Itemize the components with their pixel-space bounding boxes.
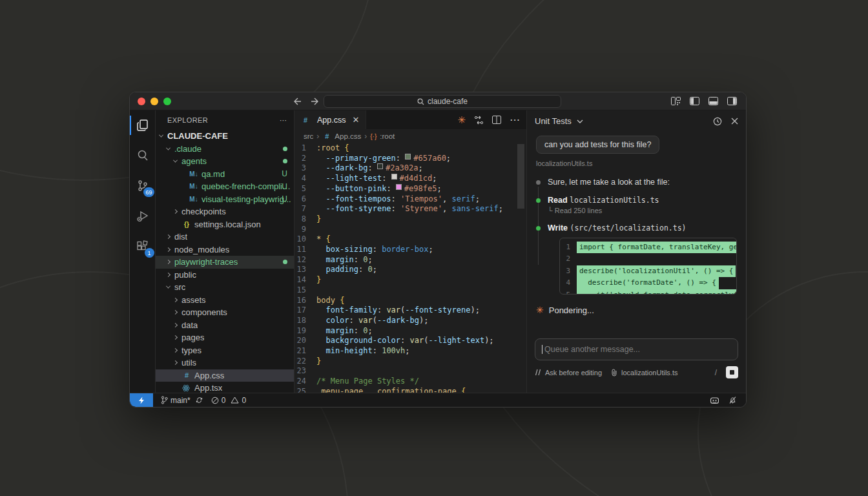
tree-item-node-modules[interactable]: node_modules xyxy=(156,243,294,256)
code-line-9[interactable]: 9 xyxy=(294,225,526,235)
code-line-13[interactable]: 13 padding: 0; xyxy=(294,265,526,275)
tree-item--claude[interactable]: .claude xyxy=(156,143,294,156)
context-file-label[interactable]: localizationUtils.ts xyxy=(536,160,737,167)
tree-item-app-css[interactable]: #App.css xyxy=(156,369,294,382)
tab-close-icon[interactable]: ✕ xyxy=(352,115,359,125)
explorer-more-actions-icon[interactable]: ⋯ xyxy=(280,116,287,125)
run-debug-activity-icon[interactable] xyxy=(130,208,156,225)
extensions-activity-icon[interactable]: 1 xyxy=(130,238,156,255)
tree-item-public[interactable]: public xyxy=(156,269,294,282)
tree-item-agents[interactable]: agents xyxy=(156,155,294,168)
tree-item-playwright-traces[interactable]: playwright-traces xyxy=(156,256,294,269)
close-window-button[interactable] xyxy=(138,98,145,105)
message-input[interactable]: Queue another message... xyxy=(535,338,738,360)
color-swatch[interactable] xyxy=(391,174,397,180)
tree-item-visual-testing-playwrig-[interactable]: M↓visual-testing-playwrig...U xyxy=(156,193,294,206)
code-line-3[interactable]: 3 --dark-bg: #2a302a; xyxy=(294,163,526,174)
customize-layout-icon[interactable] xyxy=(671,97,681,105)
close-panel-icon[interactable] xyxy=(731,118,738,125)
code-line-14[interactable]: 14} xyxy=(294,275,526,285)
code-line-5[interactable]: 5 --button-pink: #e98fe5; xyxy=(294,184,526,194)
search-activity-icon[interactable] xyxy=(130,147,156,164)
back-arrow-icon[interactable] xyxy=(293,98,302,105)
panel-title[interactable]: Unit Tests xyxy=(535,116,572,126)
code-line-17[interactable]: 17 font-family: var(--font-styrene); xyxy=(294,305,526,316)
maximize-window-button[interactable] xyxy=(163,98,171,105)
tree-item-quebec-french-complian-[interactable]: M↓quebec-french-complian...U xyxy=(156,180,294,193)
code-line-8[interactable]: 8} xyxy=(294,214,526,225)
errors-icon xyxy=(211,397,219,404)
code-line-22[interactable]: 22} xyxy=(294,356,526,367)
tree-item-types[interactable]: types xyxy=(156,344,294,357)
editor-scrollbar-thumb[interactable] xyxy=(517,144,524,209)
tree-item-settings-local-json[interactable]: {}settings.local.json xyxy=(156,218,294,231)
code-line-23[interactable]: 23 xyxy=(294,366,526,377)
remote-indicator[interactable] xyxy=(130,393,153,407)
minimize-window-button[interactable] xyxy=(150,98,158,105)
line-number: 1 xyxy=(294,143,316,154)
stop-button[interactable] xyxy=(726,366,738,378)
breadcrumb-file[interactable]: App.css xyxy=(335,132,361,140)
breadcrumb[interactable]: src › # App.css › {·} :root xyxy=(294,129,526,143)
tree-item-pages[interactable]: pages xyxy=(156,331,294,344)
tree-item-src[interactable]: src xyxy=(156,281,294,294)
diff-line-5: 5 it('should format date correctly', () … xyxy=(560,289,736,294)
tree-item-claude-cafe[interactable]: CLAUDE-CAFE xyxy=(156,130,294,143)
toggle-panel-icon[interactable] xyxy=(708,97,718,105)
tree-item-qa-md[interactable]: M↓qa.mdU xyxy=(156,168,294,181)
color-swatch[interactable] xyxy=(377,163,383,169)
tree-item-dist[interactable]: dist xyxy=(156,231,294,243)
tree-item-checkpoints[interactable]: checkpoints xyxy=(156,205,294,218)
bell-slash-icon[interactable] xyxy=(728,396,737,404)
editor-more-actions-icon[interactable]: ⋯ xyxy=(510,114,520,126)
copilot-icon[interactable] xyxy=(710,397,719,404)
breadcrumb-src[interactable]: src xyxy=(304,132,313,140)
slash-command-hint[interactable]: / xyxy=(715,368,717,377)
tree-item-components[interactable]: components xyxy=(156,306,294,319)
command-center-search[interactable]: claude-cafe xyxy=(324,95,561,108)
toggle-primary-sidebar-icon[interactable] xyxy=(690,97,699,105)
write-tool-entry[interactable]: Write (src/test/localization.ts) 1import… xyxy=(536,223,737,294)
chevron-down-icon[interactable] xyxy=(577,119,583,123)
ask-mode-selector[interactable]: Ask before editing xyxy=(545,369,602,377)
spinner-spark-icon: ✳ xyxy=(536,305,544,315)
source-control-activity-icon[interactable]: 69 xyxy=(130,178,156,194)
code-line-6[interactable]: 6 --font-tiempos: 'Tiempos', serif; xyxy=(294,194,526,205)
code-line-16[interactable]: 16body { xyxy=(294,296,526,306)
tree-item-assets[interactable]: assets xyxy=(156,294,294,307)
open-changes-icon[interactable] xyxy=(474,116,484,125)
attached-file-chip[interactable]: localizationUtils.ts xyxy=(621,369,677,377)
code-line-1[interactable]: 1:root { xyxy=(294,143,526,154)
breadcrumb-symbol[interactable]: :root xyxy=(380,132,395,140)
code-line-20[interactable]: 20 background-color: var(--light-text); xyxy=(294,336,526,346)
tab-app-css[interactable]: # App.css ✕ xyxy=(294,110,366,129)
color-swatch[interactable] xyxy=(396,184,402,190)
code-line-19[interactable]: 19 margin: 0; xyxy=(294,326,526,336)
code-line-15[interactable]: 15 xyxy=(294,285,526,296)
tree-item-app-tsx[interactable]: App.tsx xyxy=(156,382,294,393)
code-area[interactable]: 1:root {2 --primary-green: #657a60;3 --d… xyxy=(294,143,526,393)
color-swatch[interactable] xyxy=(405,154,411,160)
explorer-activity-icon[interactable] xyxy=(130,117,156,134)
claude-code-icon[interactable]: ✳ xyxy=(457,114,466,126)
tree-item-data[interactable]: data xyxy=(156,319,294,332)
code-line-12[interactable]: 12 margin: 0; xyxy=(294,255,526,265)
code-line-18[interactable]: 18 color: var(--dark-bg); xyxy=(294,316,526,326)
toggle-secondary-sidebar-icon[interactable] xyxy=(727,97,737,105)
diff-code-block[interactable]: 1import { formatDate, translateKey, getC… xyxy=(559,238,737,294)
git-branch-indicator[interactable]: main* xyxy=(161,396,203,405)
code-line-21[interactable]: 21 min-height: 100vh; xyxy=(294,346,526,356)
code-line-24[interactable]: 24/* Menu Page Styles */ xyxy=(294,377,526,387)
history-icon[interactable] xyxy=(713,117,722,126)
code-line-11[interactable]: 11 box-sizing: border-box; xyxy=(294,245,526,255)
code-line-2[interactable]: 2 --primary-green: #657a60; xyxy=(294,154,526,164)
code-line-25[interactable]: 25.menu-page, .confirmation-page { xyxy=(294,387,526,393)
code-line-10[interactable]: 10* { xyxy=(294,234,526,245)
split-editor-icon[interactable] xyxy=(492,116,501,124)
problems-indicator[interactable]: 0 0 xyxy=(211,396,246,405)
forward-arrow-icon[interactable] xyxy=(311,98,320,105)
code-line-7[interactable]: 7 --font-styrene: 'Styrene', sans-serif; xyxy=(294,204,526,214)
read-tool-entry[interactable]: Read localizationUtils.ts └ Read 250 lin… xyxy=(536,196,737,214)
tree-item-utils[interactable]: utils xyxy=(156,356,294,369)
code-line-4[interactable]: 4 --light-test: #d4d1cd; xyxy=(294,174,526,184)
